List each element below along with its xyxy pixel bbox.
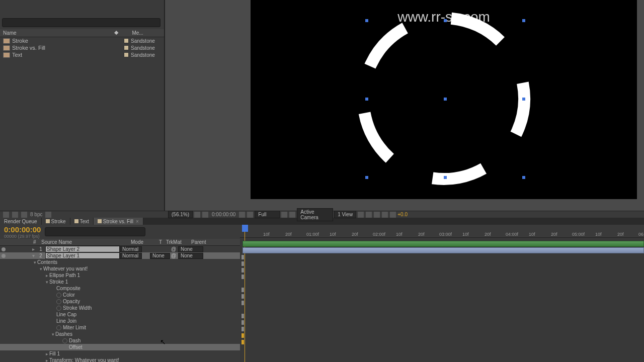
tab-text[interactable]: Text — [70, 218, 94, 225]
current-timecode[interactable]: 0:00:00:00 — [4, 225, 41, 234]
bbox-handle[interactable] — [522, 98, 525, 101]
keyframe-marker[interactable] — [242, 288, 244, 292]
stopwatch-icon[interactable] — [62, 338, 67, 343]
blend-mode-dropdown[interactable]: Normal — [120, 246, 142, 252]
fast-preview-icon[interactable] — [366, 212, 372, 218]
col-trkmat[interactable]: TrkMat — [166, 239, 191, 245]
project-item[interactable]: Stroke Sandstone — [0, 37, 164, 44]
exposure-value[interactable]: +0.0 — [397, 212, 408, 217]
twirl-icon[interactable]: ▸ — [44, 273, 49, 278]
bbox-handle[interactable] — [365, 19, 368, 22]
parent-dropdown[interactable]: None — [178, 253, 203, 259]
new-comp-icon[interactable] — [21, 212, 27, 218]
keyframe-marker[interactable] — [242, 333, 244, 338]
pixel-aspect-icon[interactable] — [358, 212, 364, 218]
twirl-icon[interactable]: ▾ — [38, 266, 43, 272]
layer-name[interactable]: Shape Layer 1 — [45, 252, 120, 259]
keyframe-marker[interactable] — [242, 327, 244, 331]
resolution-icon[interactable] — [194, 212, 200, 218]
trkmat-dropdown[interactable]: None — [150, 253, 170, 259]
close-icon[interactable]: × — [136, 219, 139, 224]
time-ruler[interactable]: 10f 20f 01:00f 10f 20f 02:00f 10f 20f 03… — [240, 225, 644, 238]
col-t[interactable]: T — [159, 239, 166, 245]
parent-pickwhip-icon[interactable]: @ — [171, 253, 178, 258]
col-parent[interactable]: Parent — [191, 239, 236, 245]
keyframe-marker[interactable] — [242, 261, 244, 266]
bpc-label[interactable]: 8 bpc — [30, 212, 42, 217]
resolution-dropdown[interactable]: Full — [255, 211, 280, 218]
tab-stroke-vs-fill[interactable]: Stroke vs. Fill× — [94, 218, 143, 225]
project-panel: Name ◆ Me... Stroke Sandstone Stroke vs.… — [0, 0, 165, 218]
bbox-handle[interactable] — [522, 176, 525, 179]
bbox-handle[interactable] — [365, 98, 368, 101]
bbox-handle[interactable] — [444, 19, 447, 22]
flowchart-icon[interactable] — [382, 212, 388, 218]
twirl-icon[interactable]: ▸ — [30, 246, 36, 252]
stopwatch-icon[interactable] — [56, 293, 61, 298]
stopwatch-icon[interactable] — [62, 345, 67, 350]
project-search-input[interactable] — [2, 18, 160, 27]
transparency-grid-icon[interactable] — [289, 212, 295, 218]
visibility-toggle[interactable] — [2, 254, 6, 258]
current-time-indicator[interactable] — [242, 225, 248, 232]
stopwatch-icon[interactable] — [56, 306, 61, 311]
twirl-icon[interactable]: ▾ — [50, 332, 55, 337]
stopwatch-icon[interactable] — [56, 299, 61, 304]
preview-canvas[interactable]: www.rr-sc.com — [251, 0, 637, 199]
project-item[interactable]: Text Sandstone — [0, 51, 164, 58]
blend-mode-dropdown[interactable]: Normal — [120, 253, 142, 259]
keyframe-marker[interactable] — [242, 294, 244, 299]
stopwatch-icon[interactable] — [56, 325, 61, 330]
layer-number: 2 — [36, 253, 45, 258]
layer-bar[interactable] — [243, 241, 644, 247]
timeline-search-input[interactable] — [45, 227, 145, 236]
parent-pickwhip-icon[interactable]: @ — [171, 246, 178, 252]
bbox-handle[interactable] — [522, 19, 525, 22]
col-source-name[interactable]: Source Name — [40, 239, 131, 245]
keyframe-marker[interactable] — [242, 320, 244, 325]
project-item[interactable]: Stroke vs. Fill Sandstone — [0, 44, 164, 51]
project-footer: 8 bpc — [0, 211, 165, 218]
parent-dropdown[interactable]: None — [178, 246, 203, 252]
keyframe-marker[interactable] — [242, 301, 244, 305]
visibility-toggle[interactable] — [2, 247, 6, 251]
roi-icon[interactable] — [281, 212, 287, 218]
camera-dropdown[interactable]: Active Camera — [297, 208, 333, 221]
snapshot-icon[interactable] — [239, 212, 245, 218]
timeline-graph-area[interactable]: 10f 20f 01:00f 10f 20f 02:00f 10f 20f 03… — [240, 225, 644, 362]
ruler-tick: 01:00f — [306, 232, 319, 237]
anchor-point[interactable] — [444, 98, 447, 101]
grid-icon[interactable] — [202, 212, 208, 218]
zoom-dropdown[interactable]: (56.1%) — [168, 211, 193, 218]
channel-icon[interactable] — [247, 212, 253, 218]
delete-icon[interactable] — [45, 212, 51, 218]
col-type-icon[interactable] — [121, 29, 131, 37]
tab-stroke[interactable]: Stroke — [42, 218, 70, 225]
reset-exposure-icon[interactable] — [390, 212, 396, 218]
col-mode[interactable]: Mode — [131, 239, 159, 245]
preview-timecode[interactable]: 0:00:00:00 — [210, 212, 237, 217]
bbox-handle[interactable] — [444, 176, 447, 179]
keyframe-marker[interactable] — [242, 275, 244, 279]
twirl-icon[interactable]: ▾ — [44, 280, 49, 285]
view-layout-dropdown[interactable]: 1 View — [334, 211, 356, 218]
layer-name[interactable]: Shape Layer 2 — [45, 246, 120, 252]
twirl-icon[interactable]: ▸ — [44, 351, 49, 356]
keyframe-marker[interactable] — [242, 314, 244, 318]
timeline-icon[interactable] — [374, 212, 380, 218]
interpret-footage-icon[interactable] — [3, 212, 9, 218]
keyframe-marker[interactable] — [242, 340, 244, 344]
new-folder-icon[interactable] — [12, 212, 18, 218]
tab-render-queue[interactable]: Render Queue — [0, 218, 42, 225]
keyframe-marker[interactable] — [242, 268, 244, 273]
layer-bar[interactable] — [243, 247, 644, 253]
col-meta[interactable]: Me... — [131, 29, 164, 37]
bbox-handle[interactable] — [365, 176, 368, 179]
keyframe-marker[interactable] — [242, 255, 244, 259]
ruler-tick: 10f — [330, 232, 336, 237]
twirl-icon[interactable]: ▸ — [44, 358, 49, 363]
twirl-icon[interactable]: ▾ — [32, 260, 37, 265]
twirl-icon[interactable]: ▾ — [30, 253, 36, 258]
col-label-icon[interactable]: ◆ — [111, 29, 121, 37]
col-name[interactable]: Name — [0, 29, 111, 37]
